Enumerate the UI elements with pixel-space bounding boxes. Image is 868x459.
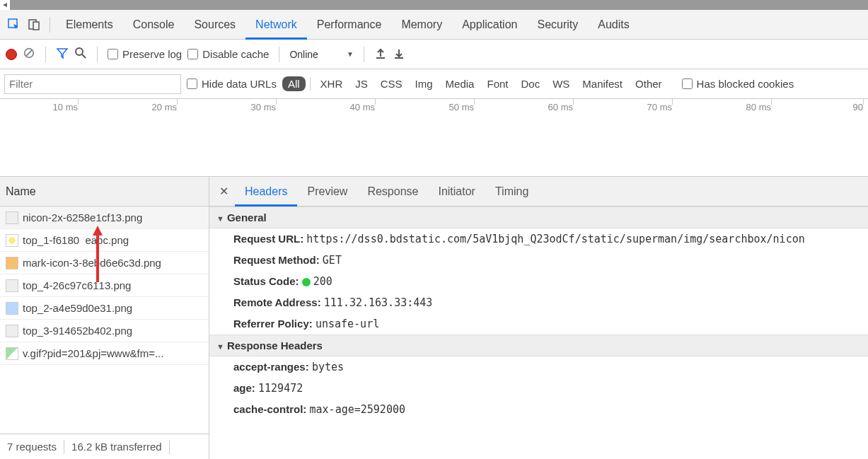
detail-tab-response[interactable]: Response: [357, 177, 428, 207]
request-detail-panel: ✕ HeadersPreviewResponseInitiatorTiming …: [209, 177, 868, 459]
detail-tabs: ✕ HeadersPreviewResponseInitiatorTiming: [209, 177, 868, 207]
svg-line-4: [26, 50, 33, 57]
filter-toggle-icon[interactable]: [56, 47, 69, 62]
has-blocked-cookies-checkbox[interactable]: Has blocked cookies: [682, 78, 794, 90]
throttling-select[interactable]: Online ▼: [289, 49, 353, 60]
requests-column-header[interactable]: Name: [0, 177, 209, 207]
panel-tab-application[interactable]: Application: [452, 10, 527, 40]
file-thumb-icon: [6, 302, 18, 315]
filter-type-doc[interactable]: Doc: [515, 76, 545, 91]
filter-type-font[interactable]: Font: [481, 76, 514, 91]
filter-type-media[interactable]: Media: [440, 76, 480, 91]
record-button[interactable]: [6, 49, 17, 60]
timeline-tick: 20 ms: [152, 102, 177, 112]
panel-tab-console[interactable]: Console: [123, 10, 185, 40]
throttling-value: Online: [289, 49, 353, 60]
tab-back-icon[interactable]: ◂: [0, 0, 10, 10]
filter-type-manifest[interactable]: Manifest: [577, 76, 628, 91]
header-row: Status Code: 200: [209, 271, 868, 292]
panel-tab-elements[interactable]: Elements: [56, 10, 123, 40]
import-har-icon[interactable]: [374, 47, 387, 62]
status-requests: 7 requests: [0, 441, 64, 453]
timeline-tick: 60 ms: [548, 102, 573, 112]
header-row: Referrer Policy: unsafe-url: [209, 313, 868, 335]
status-bar: 7 requests 16.2 kB transferred: [0, 434, 209, 459]
file-thumb-icon: [6, 211, 18, 224]
divider: [279, 47, 279, 62]
request-row[interactable]: top_2-a4e59d0e31.png: [0, 297, 209, 320]
export-har-icon[interactable]: [393, 47, 405, 62]
header-row: age: 1129472: [209, 378, 868, 399]
device-toggle-icon[interactable]: [24, 15, 44, 35]
request-row[interactable]: top_1-f6180 eabc.png: [0, 229, 209, 252]
detail-tab-headers[interactable]: Headers: [235, 177, 297, 207]
filter-type-css[interactable]: CSS: [375, 76, 408, 91]
file-thumb-icon: [6, 257, 18, 269]
request-name: top_4-26c97c6113.png: [23, 279, 131, 291]
request-name: v.gif?pid=201&pj=www&fm=...: [23, 347, 163, 359]
hide-data-urls-checkbox[interactable]: Hide data URLs: [187, 78, 277, 90]
section-header[interactable]: ▼Response Headers: [209, 335, 868, 356]
divider: [364, 47, 364, 62]
filter-type-js[interactable]: JS: [349, 76, 374, 91]
filter-type-other[interactable]: Other: [630, 76, 668, 91]
filter-type-img[interactable]: Img: [410, 76, 439, 91]
panel-tab-audits[interactable]: Audits: [588, 10, 639, 40]
request-name: top_2-a4e59d0e31.png: [23, 302, 132, 314]
preserve-log-checkbox[interactable]: Preserve log: [108, 48, 182, 60]
request-row[interactable]: nicon-2x-6258e1cf13.png: [0, 207, 209, 229]
timeline-tick: 70 ms: [647, 102, 672, 112]
devtools-panel-tabs: ElementsConsoleSourcesNetworkPerformance…: [0, 10, 868, 40]
timeline-tick: 50 ms: [449, 102, 474, 112]
svg-line-6: [82, 54, 86, 58]
request-name: top_1-f6180 eabc.png: [23, 234, 129, 246]
request-row[interactable]: v.gif?pid=201&pj=www&fm=...: [0, 342, 209, 365]
detail-tab-timing[interactable]: Timing: [485, 177, 538, 207]
filter-type-xhr[interactable]: XHR: [315, 76, 349, 91]
request-row[interactable]: top_3-914652b402.png: [0, 320, 209, 342]
timeline-tick: 40 ms: [350, 102, 375, 112]
filter-type-all[interactable]: All: [282, 76, 306, 91]
panel-tab-performance[interactable]: Performance: [307, 10, 392, 40]
timeline-tick: 80 ms: [746, 102, 771, 112]
close-icon[interactable]: ✕: [215, 185, 232, 198]
panel-tab-sources[interactable]: Sources: [184, 10, 245, 40]
detail-tab-initiator[interactable]: Initiator: [428, 177, 485, 207]
divider: [45, 47, 46, 62]
section-header[interactable]: ▼General: [209, 207, 868, 228]
file-thumb-icon: [6, 234, 18, 247]
request-row[interactable]: top_4-26c97c6113.png: [0, 274, 209, 297]
panel-tab-memory[interactable]: Memory: [391, 10, 452, 40]
panel-tab-network[interactable]: Network: [245, 10, 307, 40]
clear-icon[interactable]: [23, 47, 35, 62]
panel-tab-security[interactable]: Security: [527, 10, 588, 40]
search-icon[interactable]: [74, 47, 87, 62]
requests-list-panel: Name nicon-2x-6258e1cf13.pngtop_1-f6180 …: [0, 177, 209, 459]
preserve-log-label: Preserve log: [122, 48, 182, 60]
detail-tab-preview[interactable]: Preview: [297, 177, 357, 207]
window-chrome: ◂: [0, 0, 868, 10]
svg-rect-2: [33, 22, 39, 30]
hide-data-urls-label: Hide data URLs: [202, 78, 277, 90]
status-transferred: 16.2 kB transferred: [64, 441, 169, 453]
filter-type-ws[interactable]: WS: [547, 76, 575, 91]
disable-cache-checkbox[interactable]: Disable cache: [187, 48, 269, 60]
file-thumb-icon: [6, 347, 18, 360]
request-name: mark-icon-3-8ebd6e6c3d.png: [23, 257, 161, 269]
filter-input[interactable]: [4, 74, 181, 94]
network-filter-bar: Hide data URLs AllXHRJSCSSImgMediaFontDo…: [0, 69, 868, 99]
network-timeline[interactable]: 10 ms20 ms30 ms40 ms50 ms60 ms70 ms80 ms…: [0, 99, 868, 177]
file-thumb-icon: [6, 325, 18, 337]
svg-point-5: [76, 48, 83, 55]
request-name: nicon-2x-6258e1cf13.png: [23, 211, 142, 223]
request-name: top_3-914652b402.png: [23, 325, 132, 337]
header-row: Request URL: https://dss0.bdstatic.com/5…: [209, 228, 868, 250]
divider: [97, 47, 98, 62]
has-blocked-label: Has blocked cookies: [697, 78, 794, 90]
header-row: cache-control: max-age=2592000: [209, 399, 868, 420]
request-row[interactable]: mark-icon-3-8ebd6e6c3d.png: [0, 252, 209, 274]
disable-cache-label: Disable cache: [202, 48, 269, 60]
timeline-tick: 10 ms: [53, 102, 78, 112]
inspect-element-icon[interactable]: [4, 15, 24, 35]
divider: [50, 17, 50, 33]
